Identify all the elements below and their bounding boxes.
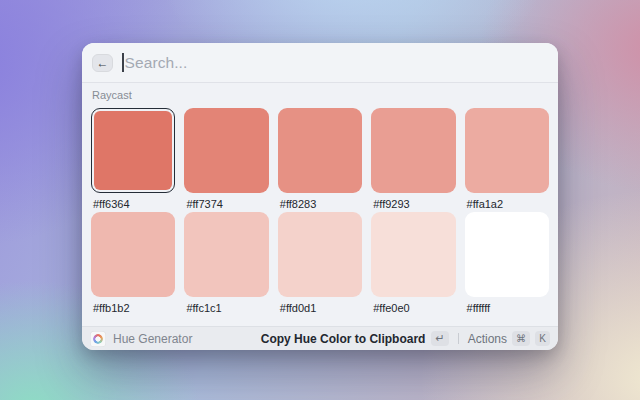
grid-cell: #ff8283 bbox=[278, 108, 362, 212]
swatch-fill bbox=[371, 212, 455, 297]
swatch-fill bbox=[184, 212, 268, 297]
color-hex-label: #ff7374 bbox=[186, 198, 268, 211]
color-swatch[interactable] bbox=[91, 108, 175, 193]
color-hex-label: #ffd0d1 bbox=[280, 302, 362, 315]
grid-cell: #ff9293 bbox=[371, 108, 455, 212]
color-swatch[interactable] bbox=[371, 108, 455, 193]
footer-divider bbox=[458, 333, 459, 344]
color-swatch[interactable] bbox=[91, 212, 175, 297]
color-hex-label: #ff8283 bbox=[280, 198, 362, 211]
color-hex-label: #ff6364 bbox=[93, 198, 175, 211]
color-swatch[interactable] bbox=[465, 212, 549, 297]
color-swatch[interactable] bbox=[278, 212, 362, 297]
color-swatch[interactable] bbox=[278, 108, 362, 193]
swatch-fill bbox=[465, 212, 549, 297]
grid-cell: #ffd0d1 bbox=[278, 212, 362, 316]
color-hex-label: #ffb1b2 bbox=[93, 302, 175, 315]
grid-cell: #ff7374 bbox=[184, 108, 268, 212]
color-swatch[interactable] bbox=[184, 212, 268, 297]
color-swatch[interactable] bbox=[371, 212, 455, 297]
search-bar: ← Search... bbox=[82, 43, 558, 83]
command-key-icon: ⌘ bbox=[512, 331, 530, 346]
grid-cell: #ff6364 bbox=[91, 108, 175, 212]
footer-actions: Copy Hue Color to Clipboard ↵ Actions ⌘ … bbox=[261, 331, 550, 346]
back-button[interactable]: ← bbox=[92, 54, 113, 72]
swatch-fill bbox=[184, 108, 268, 193]
swatch-fill bbox=[278, 212, 362, 297]
copy-hue-color-button[interactable]: Copy Hue Color to Clipboard ↵ bbox=[261, 331, 449, 346]
actions-label: Actions bbox=[468, 332, 507, 346]
search-placeholder: Search... bbox=[125, 54, 188, 72]
hue-generator-app-icon bbox=[90, 331, 106, 347]
desktop-background: { "window": { "search": { "back_label": … bbox=[0, 0, 640, 400]
color-swatch[interactable] bbox=[465, 108, 549, 193]
color-hex-label: #ffe0e0 bbox=[373, 302, 455, 315]
results-area: Raycast #ff6364 #ff7374 #ff8283 #ff9293 … bbox=[82, 83, 558, 326]
actions-menu-button[interactable]: Actions ⌘ K bbox=[468, 331, 550, 346]
color-swatch[interactable] bbox=[184, 108, 268, 193]
color-hex-label: #ff9293 bbox=[373, 198, 455, 211]
grid-cell: #ffb1b2 bbox=[91, 212, 175, 316]
grid-cell: #ffffff bbox=[465, 212, 549, 316]
swatch-fill bbox=[371, 108, 455, 193]
extension-chip: Hue Generator bbox=[90, 331, 192, 347]
extension-name: Hue Generator bbox=[113, 332, 192, 346]
back-arrow-icon: ← bbox=[97, 56, 109, 70]
section-header: Raycast bbox=[92, 89, 549, 102]
color-hex-label: #ffa1a2 bbox=[467, 198, 549, 211]
color-wheel-icon bbox=[93, 334, 103, 344]
swatch-fill bbox=[465, 108, 549, 193]
swatch-fill bbox=[91, 212, 175, 297]
text-cursor bbox=[122, 53, 124, 72]
search-input[interactable]: Search... bbox=[122, 43, 548, 82]
swatch-fill bbox=[94, 111, 172, 190]
color-hex-label: #ffc1c1 bbox=[186, 302, 268, 315]
color-grid: #ff6364 #ff7374 #ff8283 #ff9293 #ffa1a2 … bbox=[91, 108, 549, 316]
grid-cell: #ffc1c1 bbox=[184, 212, 268, 316]
raycast-window: ← Search... Raycast #ff6364 #ff7374 #ff8… bbox=[82, 43, 558, 350]
grid-cell: #ffa1a2 bbox=[465, 108, 549, 212]
grid-cell: #ffe0e0 bbox=[371, 212, 455, 316]
enter-key-icon: ↵ bbox=[431, 331, 448, 346]
primary-action-label: Copy Hue Color to Clipboard bbox=[261, 332, 426, 346]
color-hex-label: #ffffff bbox=[467, 302, 549, 315]
action-bar: Hue Generator Copy Hue Color to Clipboar… bbox=[82, 326, 558, 350]
swatch-fill bbox=[278, 108, 362, 193]
k-key-icon: K bbox=[535, 331, 550, 346]
